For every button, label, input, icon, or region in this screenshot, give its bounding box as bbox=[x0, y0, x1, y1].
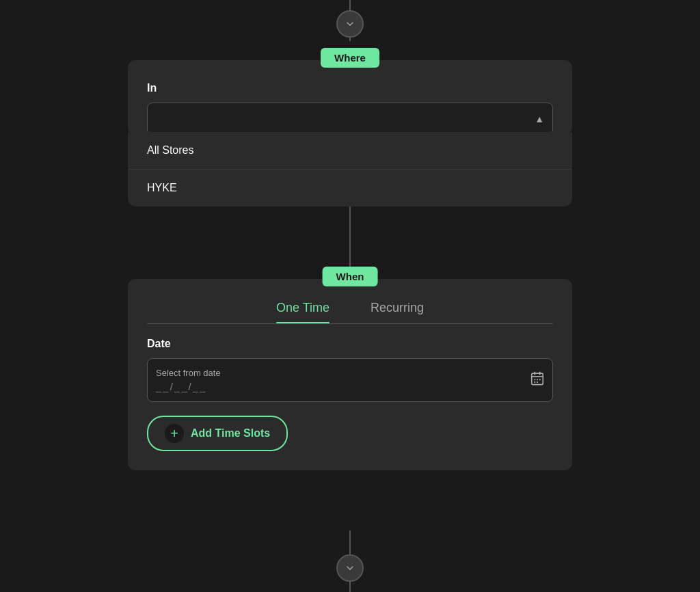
svg-rect-5 bbox=[537, 379, 538, 380]
date-input-label: Select from date bbox=[156, 368, 544, 378]
add-time-slots-button[interactable]: + Add Time Slots bbox=[147, 416, 288, 451]
tab-recurring[interactable]: Recurring bbox=[371, 301, 424, 323]
svg-rect-7 bbox=[534, 381, 535, 383]
chevron-down-icon-bottom bbox=[345, 563, 355, 574]
date-input-placeholder: __/__/__ bbox=[156, 381, 544, 392]
select-arrow-icon: ▲ bbox=[535, 113, 544, 124]
hyke-option[interactable]: HYKE bbox=[128, 170, 572, 206]
when-card: When One Time Recurring Date Select from… bbox=[128, 279, 572, 470]
date-label: Date bbox=[147, 338, 553, 350]
top-node[interactable] bbox=[336, 10, 364, 38]
when-badge: When bbox=[323, 267, 378, 286]
calendar-icon[interactable] bbox=[530, 371, 545, 390]
svg-rect-8 bbox=[537, 381, 538, 383]
store-dropdown: All Stores HYKE bbox=[128, 132, 572, 206]
tabs-container: One Time Recurring bbox=[147, 301, 553, 323]
svg-rect-6 bbox=[539, 379, 541, 380]
chevron-down-icon bbox=[345, 18, 355, 29]
date-field-wrapper: Select from date __/__/__ bbox=[147, 358, 553, 402]
where-badge: Where bbox=[321, 48, 379, 68]
where-card: Where In ▲ bbox=[128, 60, 572, 135]
store-select[interactable]: ▲ bbox=[147, 103, 553, 135]
all-stores-option[interactable]: All Stores bbox=[128, 132, 572, 170]
in-label: In bbox=[147, 82, 553, 94]
tab-one-time[interactable]: One Time bbox=[276, 301, 329, 323]
add-icon: + bbox=[165, 424, 184, 443]
date-input[interactable]: Select from date __/__/__ bbox=[147, 358, 553, 402]
add-time-slots-label: Add Time Slots bbox=[191, 427, 270, 440]
svg-rect-4 bbox=[534, 379, 535, 380]
bottom-node[interactable] bbox=[336, 554, 364, 582]
tabs-divider bbox=[147, 323, 553, 324]
